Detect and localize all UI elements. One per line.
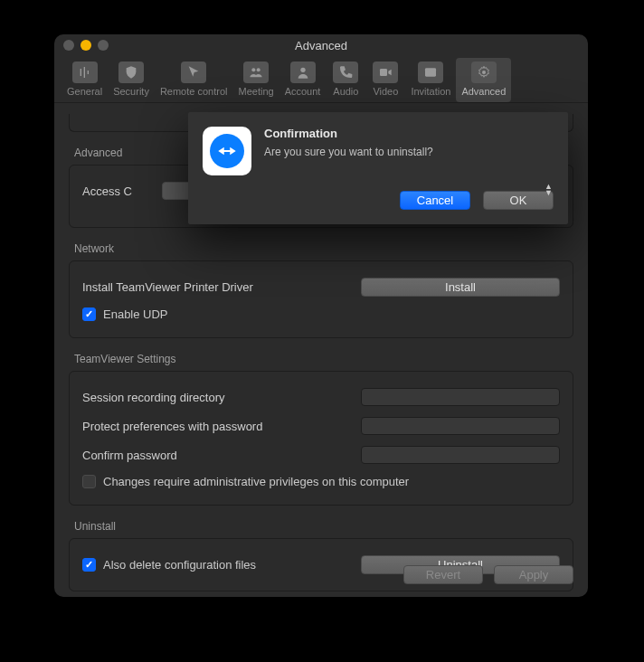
ok-button[interactable]: OK <box>483 191 554 210</box>
group-title: TeamViewer Settings <box>69 353 573 365</box>
svg-point-2 <box>300 68 305 72</box>
dialog-message: Are you sure you want to uninstall? <box>264 146 554 158</box>
admin-req-row[interactable]: Changes require administrative privilege… <box>82 469 560 494</box>
gear-icon <box>471 61 497 83</box>
group-tv-settings: TeamViewer Settings Session recording di… <box>69 353 573 506</box>
tab-label: Security <box>113 86 149 97</box>
tab-remote-control[interactable]: Remote control <box>155 58 233 102</box>
enable-udp-label: Enable UDP <box>103 307 168 321</box>
sliders-icon <box>72 61 98 83</box>
tab-audio[interactable]: Audio <box>326 58 365 102</box>
install-button[interactable]: Install <box>361 278 560 297</box>
confirm-pw-input[interactable] <box>361 446 560 464</box>
svg-point-0 <box>251 68 255 71</box>
panel-tv-settings: Session recording directory Protect pref… <box>69 371 573 506</box>
tab-label: Account <box>285 86 321 97</box>
session-dir-input[interactable] <box>361 388 560 406</box>
tab-invitation[interactable]: Invitation <box>405 58 456 102</box>
group-title: Network <box>69 242 573 255</box>
tab-video[interactable]: Video <box>365 58 405 102</box>
dialog-buttons: Cancel OK <box>264 191 554 210</box>
delete-config-label: Also delete configuration files <box>103 558 256 572</box>
tab-label: Audio <box>333 86 358 97</box>
svg-point-1 <box>257 68 260 71</box>
teamviewer-logo-icon <box>210 134 244 168</box>
tab-label: Remote control <box>160 86 228 97</box>
access-control-label: Access C <box>82 184 132 198</box>
chevron-updown-icon: ▲▼ <box>545 184 553 196</box>
user-icon <box>290 61 316 83</box>
footer-buttons: Revert Apply <box>403 565 573 584</box>
protect-pw-input[interactable] <box>361 417 560 435</box>
enable-udp-checkbox[interactable] <box>82 307 96 321</box>
phone-icon <box>333 61 358 83</box>
window-title: Advanced <box>54 39 588 52</box>
protect-pw-label: Protect preferences with password <box>82 420 262 433</box>
dialog-body: Confirmation Are you sure you want to un… <box>264 127 554 210</box>
tab-advanced[interactable]: Advanced <box>456 58 511 102</box>
confirm-pw-label: Confirm password <box>82 449 177 462</box>
delete-config-checkbox[interactable] <box>82 558 96 572</box>
revert-button[interactable]: Revert <box>403 565 483 584</box>
group-title: Uninstall <box>69 520 573 533</box>
shield-icon <box>118 61 144 83</box>
tab-label: Meeting <box>238 86 273 97</box>
app-icon <box>203 127 251 175</box>
tab-label: Advanced <box>461 86 506 97</box>
tab-general[interactable]: General <box>62 58 108 102</box>
admin-req-label: Changes require administrative privilege… <box>103 475 409 488</box>
session-dir-label: Session recording directory <box>82 391 225 404</box>
tab-account[interactable]: Account <box>279 58 327 102</box>
confirmation-dialog: Confirmation Are you sure you want to un… <box>188 112 568 224</box>
tab-label: General <box>67 86 102 97</box>
cancel-button[interactable]: Cancel <box>400 191 470 210</box>
install-driver-label: Install TeamViewer Printer Driver <box>82 280 253 294</box>
delete-config-row[interactable]: Also delete configuration files <box>82 558 256 572</box>
panel-network: Install TeamViewer Printer Driver Instal… <box>69 260 573 338</box>
group-icon <box>243 61 269 83</box>
tab-security[interactable]: Security <box>108 58 155 102</box>
tab-label: Video <box>373 86 398 97</box>
svg-point-5 <box>482 71 486 74</box>
svg-rect-3 <box>380 69 387 76</box>
enable-udp-row[interactable]: Enable UDP <box>82 302 560 326</box>
tab-label: Invitation <box>411 86 450 97</box>
titlebar: Advanced <box>54 34 588 56</box>
camera-icon <box>373 61 398 83</box>
apply-button[interactable]: Apply <box>494 565 573 584</box>
dialog-title: Confirmation <box>264 127 554 140</box>
prefs-toolbar: General Security Remote control Meeting … <box>54 56 588 103</box>
group-network: Network Install TeamViewer Printer Drive… <box>69 242 573 338</box>
tab-meeting[interactable]: Meeting <box>232 58 279 102</box>
envelope-icon <box>418 61 443 83</box>
admin-req-checkbox[interactable] <box>82 475 96 488</box>
cursor-icon <box>181 61 206 83</box>
